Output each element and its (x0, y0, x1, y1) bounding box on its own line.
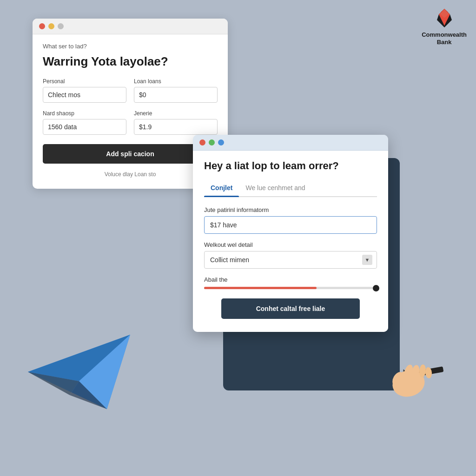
field-loan-label: Loan loans (134, 78, 218, 85)
field-jenerie: Jenerie (134, 110, 218, 135)
field-nard: Nard shaosp (43, 110, 126, 135)
hand-pen-svg (378, 349, 448, 404)
titlebar-back (33, 19, 228, 34)
tab-we-lue[interactable]: We lue cenhmet and (239, 180, 311, 196)
window-back-footer: Voluce dlay Loan sto (43, 171, 218, 178)
field2-select-wrapper: Collict mimen ▼ (204, 251, 377, 269)
field1-label: Jute patirinl informatorm (204, 206, 377, 213)
field-nard-input[interactable] (43, 119, 126, 135)
front-dot-red[interactable] (199, 139, 205, 145)
titlebar-front (193, 135, 388, 151)
field-personal: Personal (43, 78, 126, 103)
field-loan-loans: Loan loans (134, 78, 218, 103)
cba-logo-icon (433, 7, 456, 29)
window-front: Hey a liat lop to leam orrer? Conjlet We… (193, 135, 388, 332)
hand-with-pen (378, 349, 448, 406)
tab-conjlet[interactable]: Conjlet (204, 180, 239, 196)
slider-track[interactable] (204, 287, 377, 289)
window-back-subtitle: What ser to lad? (43, 43, 218, 50)
field-personal-input[interactable] (43, 87, 126, 103)
form-row-1: Personal Loan loans (43, 78, 218, 103)
chevron-down-icon: ▼ (362, 255, 372, 265)
field-personal-label: Personal (43, 78, 126, 85)
slider-thumb[interactable] (373, 285, 379, 291)
field-loan-input[interactable] (134, 87, 218, 103)
front-title: Hey a liat lop to leam orrer? (204, 160, 377, 172)
front-dot-blue[interactable] (218, 139, 224, 145)
dot-yellow[interactable] (48, 23, 54, 29)
tab-bar: Conjlet We lue cenhmet and (204, 180, 377, 197)
add-application-button[interactable]: Add spli cacion (43, 144, 218, 164)
field-jenerie-label: Jenerie (134, 110, 218, 117)
field2-label: Welkout wel detail (204, 241, 377, 248)
window-back-title: Warring Yota layolae? (43, 54, 218, 69)
cba-logo: CommonwealthBank (422, 7, 467, 46)
field-jenerie-input[interactable] (134, 119, 218, 135)
slider-label: Abail the (204, 276, 377, 283)
brand-name: CommonwealthBank (422, 31, 467, 46)
cta-button[interactable]: Conhet caltal free liale (221, 298, 360, 319)
paper-plane-svg (23, 321, 135, 423)
form-row-2: Nard shaosp Jenerie (43, 110, 218, 135)
dot-gray[interactable] (58, 23, 64, 29)
dot-red[interactable] (39, 23, 45, 29)
paper-airplane (23, 321, 135, 425)
window-front-content: Hey a liat lop to leam orrer? Conjlet We… (193, 151, 388, 332)
front-dot-green[interactable] (209, 139, 215, 145)
field2-select[interactable]: Collict mimen (204, 251, 377, 269)
slider-fill (204, 287, 317, 289)
field-nard-label: Nard shaosp (43, 110, 126, 117)
field1-input[interactable] (204, 216, 377, 234)
